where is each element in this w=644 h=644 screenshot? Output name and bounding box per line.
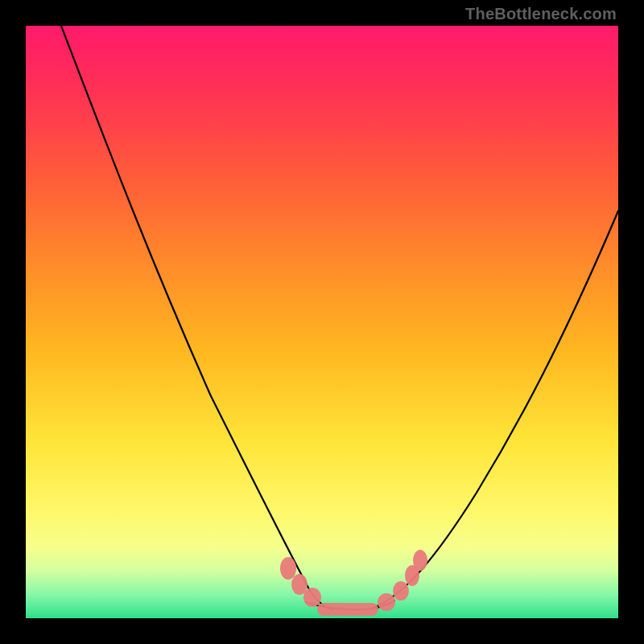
marker-dot — [303, 588, 321, 607]
marker-dot — [413, 550, 427, 571]
curve-left-branch — [61, 26, 333, 610]
curve-layer — [26, 26, 618, 618]
marker-dot — [291, 574, 308, 595]
marker-dot — [378, 593, 395, 611]
attribution-text: TheBottleneck.com — [465, 5, 617, 23]
plot-area — [26, 26, 618, 618]
curve-right-branch — [372, 211, 618, 609]
marker-dot — [280, 557, 296, 580]
marker-floor-segment — [317, 603, 378, 616]
marker-group — [280, 550, 427, 616]
marker-dot — [393, 581, 409, 601]
chart-frame: TheBottleneck.com — [0, 0, 644, 644]
